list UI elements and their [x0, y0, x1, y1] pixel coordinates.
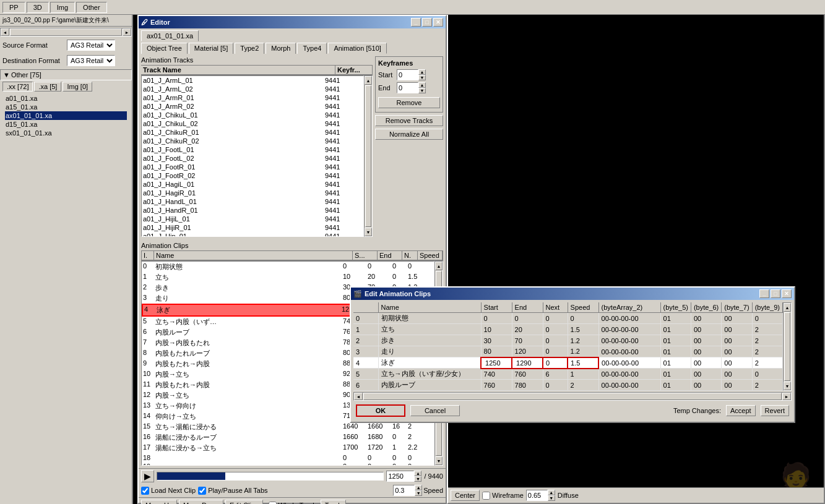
edit-row-4-highlighted[interactable]: 4 泳ぎ 0 1.5 00-00-00-00 01 00 00 2 — [353, 357, 783, 369]
tab-pp[interactable]: PP — [2, 2, 25, 13]
ok-btn[interactable]: OK — [356, 404, 405, 417]
wireframe-checkbox[interactable] — [482, 492, 490, 500]
clip-row[interactable]: 0初期状態0000 — [142, 262, 434, 272]
load-next-checkbox[interactable] — [141, 487, 149, 495]
clip-row[interactable]: 190000 — [142, 462, 434, 466]
tab-animation[interactable]: Animation [510] — [328, 43, 386, 54]
clips-scroll-up[interactable]: ▲ — [435, 262, 443, 270]
end-down-btn[interactable]: ▼ — [418, 88, 426, 93]
edit-row-3[interactable]: 3 走り 80 120 0 1.2 00-00-00-00 01 00 00 2 — [353, 346, 783, 357]
move-down-btn[interactable]: Move Down — [179, 500, 223, 504]
editor-file-tab[interactable]: ax01_01_01.xa — [141, 30, 199, 41]
speed-cell-highlighted[interactable]: 1.5 — [568, 357, 598, 369]
track-row[interactable]: a01_J_ChikuR_019441 — [142, 128, 363, 137]
edit-clips-btn[interactable]: Edit Clips — [225, 500, 262, 504]
accept-btn[interactable]: Accept — [726, 405, 756, 416]
wireframe-up[interactable]: ▲ — [548, 490, 555, 495]
scroll-down-btn[interactable]: ▼ — [365, 228, 372, 236]
end-spinner[interactable]: ▲ ▼ — [397, 82, 426, 93]
track-row[interactable]: a01_J_ArmR_019441 — [142, 93, 363, 102]
file-item[interactable]: sx01_01_01.xa — [5, 129, 127, 137]
frame-input[interactable] — [386, 471, 414, 482]
maximize-btn[interactable]: □ — [422, 18, 432, 27]
track-row[interactable]: a01_J_ArmL_029441 — [142, 85, 363, 93]
track-row[interactable]: a01_J_Hip_019441 — [142, 232, 363, 237]
play-btn[interactable]: ▶ — [141, 470, 154, 482]
clip-row[interactable]: 180000 — [142, 453, 434, 462]
load-next-label[interactable]: Load Next Clip — [141, 487, 196, 495]
cancel-btn[interactable]: Cancel — [410, 405, 460, 416]
remove-btn[interactable]: Remove — [378, 97, 440, 108]
wireframe-down[interactable]: ▼ — [548, 495, 555, 501]
frame-down[interactable]: ▼ — [414, 476, 421, 482]
end-cell-highlighted[interactable] — [512, 357, 543, 369]
start-input[interactable] — [397, 69, 418, 80]
tab-morph[interactable]: Morph — [266, 43, 296, 54]
tracks-scrollbar[interactable]: ▲ ▼ — [364, 75, 373, 237]
source-format-select[interactable]: AG3 Retail — [67, 40, 115, 51]
start-cell-highlighted[interactable] — [481, 357, 512, 369]
dialog-scroll-down[interactable]: ▼ — [784, 382, 791, 390]
tracks-list[interactable]: a01_J_ArmL_019441 a01_J_ArmL_029441 a01_… — [141, 75, 364, 237]
clip-row[interactable]: 1立ち102001.5 — [142, 272, 434, 283]
tab-type4[interactable]: Type4 — [297, 43, 327, 54]
edit-row-2[interactable]: 2 歩き 30 70 0 1.2 00-00-00-00 01 00 00 2 — [353, 335, 783, 346]
wireframe-spinner[interactable]: ▲ ▼ — [526, 490, 555, 501]
h-scrollbar[interactable]: ◄ ► — [0, 28, 132, 36]
dest-format-select[interactable]: AG3 Retail — [67, 55, 115, 66]
track-row[interactable]: a01_J_ChikuR_029441 — [142, 137, 363, 145]
track-row[interactable]: a01_J_HijiR_019441 — [142, 223, 363, 232]
tab-material[interactable]: Material [5] — [189, 43, 233, 54]
scroll-right-btn[interactable]: ► — [123, 28, 131, 36]
next-cell-highlighted[interactable]: 0 — [543, 357, 568, 369]
track-row[interactable]: a01_J_ArmR_029441 — [142, 102, 363, 111]
tab-3d[interactable]: 3D — [27, 2, 49, 13]
minimize-btn[interactable]: _ — [411, 18, 421, 27]
dialog-table-scrollbar[interactable]: ▲ ▼ — [783, 302, 792, 391]
file-tab-xa[interactable]: .xa [5] — [34, 82, 61, 92]
move-up-btn[interactable]: Move Up — [141, 500, 177, 504]
file-tab-xx[interactable]: .xx [72] — [2, 82, 33, 92]
dialog-scroll-thumb[interactable] — [784, 312, 790, 381]
wireframe-input[interactable] — [526, 490, 548, 501]
revert-btn[interactable]: Revert — [761, 405, 789, 416]
tab-other[interactable]: Other — [76, 2, 107, 13]
start-cell-input[interactable] — [484, 359, 509, 367]
speed-spinner[interactable]: ▲ ▼ — [393, 485, 422, 496]
scroll-thumb[interactable] — [10, 28, 122, 36]
file-item-selected[interactable]: ax01_01_01.xa — [5, 111, 127, 120]
wireframe-label[interactable]: Wireframe — [482, 492, 524, 500]
dialog-h-scrollbar[interactable]: ◄ ► — [353, 392, 792, 401]
file-tab-img[interactable]: Img [0] — [63, 82, 92, 92]
dialog-h-thumb[interactable] — [363, 393, 782, 400]
track-row[interactable]: a01_J_ChikuL_029441 — [142, 119, 363, 128]
clip-row[interactable]: 15立ち→湯船に浸かる16401660162 — [142, 422, 434, 432]
file-item[interactable]: d15_01.xa — [5, 120, 127, 129]
start-spinner[interactable]: ▲ ▼ — [397, 69, 426, 80]
dialog-minimize[interactable]: _ — [759, 289, 769, 298]
track-row[interactable]: a01_J_FootL_019441 — [142, 145, 363, 154]
start-up-btn[interactable]: ▲ — [418, 69, 426, 75]
speed-down[interactable]: ▼ — [415, 490, 422, 496]
speed-up[interactable]: ▲ — [415, 485, 422, 490]
scroll-thumb[interactable] — [365, 85, 371, 227]
tab-type2[interactable]: Type2 — [235, 43, 264, 54]
whole-track-checkbox[interactable] — [269, 502, 277, 505]
edit-row-5[interactable]: 5 立ち→内股（いす座/少女） 740 760 6 1 00-00-00-00 … — [353, 369, 783, 380]
play-pause-checkbox[interactable] — [198, 487, 206, 495]
track-row[interactable]: a01_J_FootR_029441 — [142, 171, 363, 180]
clips-scroll-down[interactable]: ▼ — [435, 456, 443, 465]
speed-input[interactable] — [393, 485, 415, 496]
scroll-up-btn[interactable]: ▲ — [365, 76, 372, 85]
play-pause-label[interactable]: Play/Pause All Tabs — [198, 487, 267, 495]
clip-row[interactable]: 16湯船に浸かるルーブ1660168002 — [142, 432, 434, 443]
whole-track-label[interactable]: Whole Track — [269, 502, 316, 505]
edit-row-6[interactable]: 6 内股ルーブ 760 780 0 2 00-00-00-00 01 00 00… — [353, 380, 783, 391]
file-item[interactable]: a01_01.xa — [5, 94, 127, 103]
track-btn[interactable]: Track — [321, 500, 346, 504]
track-row[interactable]: a01_J_HagiR_019441 — [142, 189, 363, 197]
tab-object-tree[interactable]: Object Tree — [141, 43, 188, 54]
track-row[interactable]: a01_J_FootR_019441 — [142, 163, 363, 171]
track-row[interactable]: a01_J_HagiL_019441 — [142, 180, 363, 189]
frame-spinner[interactable]: ▲ ▼ — [386, 471, 421, 482]
